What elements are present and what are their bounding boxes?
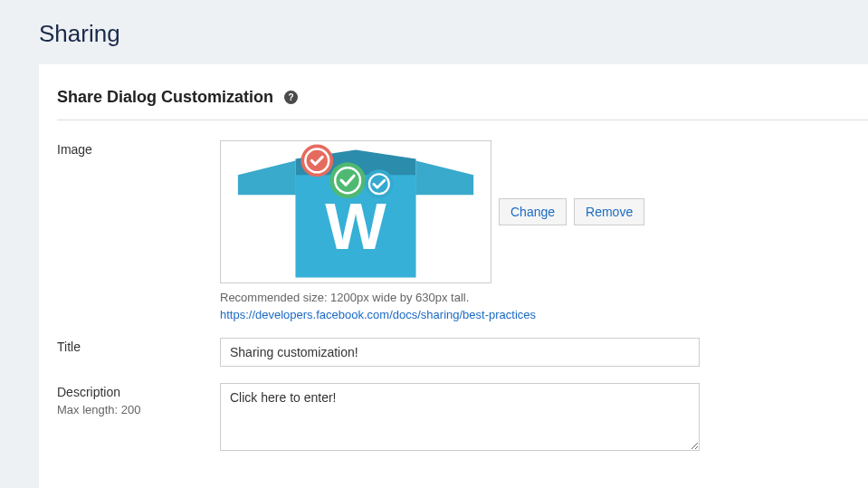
help-icon[interactable]: ? (284, 91, 298, 104)
title-label: Title (57, 340, 220, 354)
change-button[interactable]: Change (499, 198, 567, 225)
title-label-col: Title (57, 338, 220, 367)
title-value-col (220, 338, 868, 367)
section-title: Share Dialog Customization (57, 88, 273, 107)
title-row: Title (57, 338, 868, 367)
image-hint-link[interactable]: https://developers.facebook.com/docs/sha… (220, 308, 536, 321)
description-input[interactable] (220, 383, 700, 451)
image-label-col: Image (57, 140, 220, 321)
page-title: Sharing (0, 0, 868, 64)
box-illustration-icon: W (221, 140, 491, 283)
image-row: Image W (57, 140, 868, 321)
svg-marker-0 (238, 160, 296, 195)
title-input[interactable] (220, 338, 700, 367)
svg-marker-1 (416, 160, 474, 195)
svg-text:W: W (325, 190, 386, 263)
remove-button[interactable]: Remove (574, 198, 644, 225)
image-label: Image (57, 142, 220, 157)
description-sublabel: Max length: 200 (57, 403, 220, 416)
settings-card: Share Dialog Customization ? Image (39, 64, 868, 488)
image-value-col: W Change (220, 140, 868, 321)
image-preview: W (220, 140, 491, 283)
description-label: Description (57, 385, 220, 399)
description-row: Description Max length: 200 (57, 383, 868, 454)
description-value-col (220, 383, 868, 454)
image-hint: Recommended size: 1200px wide by 630px t… (220, 291, 850, 304)
section-header: Share Dialog Customization ? (57, 88, 868, 120)
description-label-col: Description Max length: 200 (57, 383, 220, 454)
